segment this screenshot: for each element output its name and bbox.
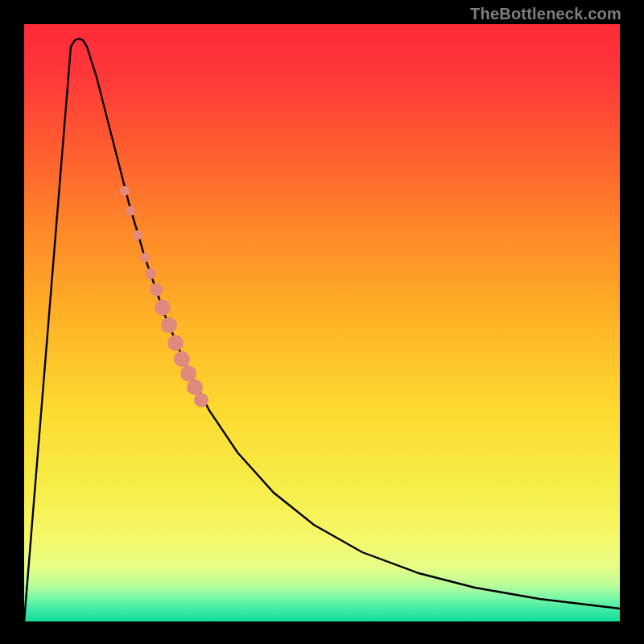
plot-area bbox=[24, 24, 620, 621]
highlight-dot bbox=[161, 317, 177, 333]
highlight-dot bbox=[180, 365, 196, 382]
highlight-dot bbox=[133, 230, 142, 240]
highlight-dot bbox=[174, 351, 190, 367]
bottleneck-curve bbox=[24, 39, 620, 621]
chart-frame: TheBottleneck.com bbox=[0, 0, 644, 644]
curve-svg bbox=[24, 24, 620, 621]
watermark-text: TheBottleneck.com bbox=[470, 5, 621, 23]
highlight-dot bbox=[150, 283, 163, 296]
highlight-dot bbox=[167, 335, 184, 351]
highlight-dot bbox=[120, 186, 130, 196]
highlight-dot bbox=[187, 379, 203, 395]
highlight-dot bbox=[126, 206, 135, 216]
highlight-dot bbox=[155, 299, 171, 316]
highlight-dot bbox=[145, 268, 156, 279]
highlight-dot bbox=[140, 253, 150, 262]
highlight-dot bbox=[194, 393, 208, 407]
